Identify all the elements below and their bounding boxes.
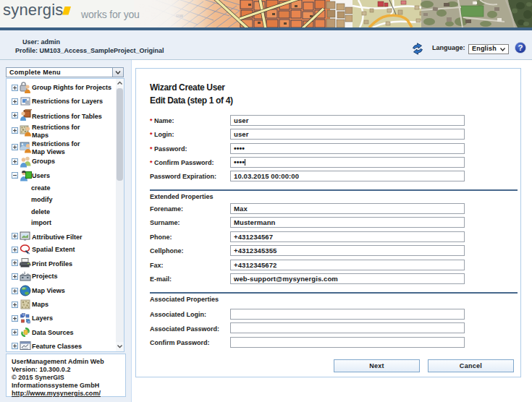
svg-text:?: ?: [518, 43, 523, 52]
